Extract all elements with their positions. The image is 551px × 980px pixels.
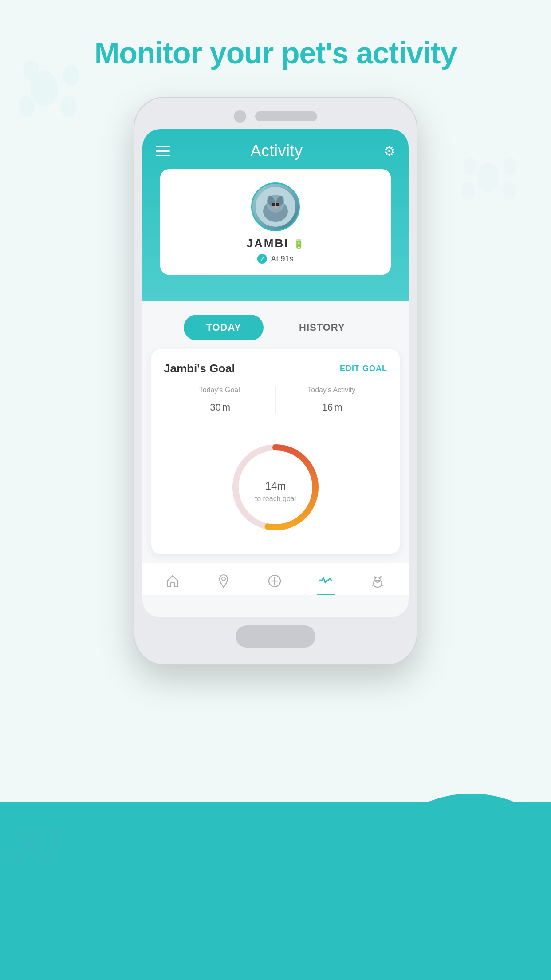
home-icon (165, 574, 180, 588)
phone-sensors (142, 110, 409, 122)
hamburger-line-2 (156, 150, 170, 152)
svg-point-20 (272, 203, 275, 206)
pet-avatar (251, 182, 300, 231)
stats-row: Today's Goal 30m Today's Activity 16m (164, 386, 387, 423)
phone-screen: Activity ⚙ (142, 129, 409, 617)
phone-home-button[interactable] (236, 625, 315, 648)
pet-name-row: JAMBI 🔋 (169, 237, 382, 250)
nav-add[interactable] (259, 571, 291, 591)
svg-point-5 (477, 162, 499, 193)
edit-goal-button[interactable]: EDIT GOAL (340, 364, 387, 373)
phone-bottom (142, 625, 409, 648)
activity-icon (319, 574, 333, 588)
nav-activity[interactable] (310, 571, 342, 591)
nav-pet[interactable] (361, 571, 394, 591)
today-activity-stat: Today's Activity 16m (276, 386, 388, 414)
app-header-top: Activity ⚙ (156, 129, 395, 169)
goal-title: Jambi's Goal (164, 362, 235, 375)
svg-point-25 (222, 577, 225, 581)
today-goal-value: 30m (164, 397, 276, 414)
progress-ring-container: 14m to reach goal (164, 434, 387, 541)
svg-point-9 (503, 182, 516, 200)
phone-speaker (255, 111, 317, 121)
hamburger-line-1 (156, 146, 170, 147)
svg-point-3 (19, 96, 35, 117)
tab-history[interactable]: HISTORY (277, 315, 367, 340)
svg-point-6 (504, 158, 517, 175)
phone-frame: Activity ⚙ (134, 97, 417, 665)
svg-point-4 (61, 96, 77, 117)
svg-point-7 (464, 158, 477, 175)
svg-point-22 (273, 206, 278, 209)
svg-point-21 (276, 203, 279, 206)
app-header: Activity ⚙ (142, 129, 409, 301)
pet-icon (370, 574, 386, 588)
pet-name: JAMBI (247, 237, 289, 250)
today-goal-stat: Today's Goal 30m (164, 386, 276, 414)
tab-today[interactable]: TODAY (184, 315, 264, 340)
ring-center-text: 14m to reach goal (255, 472, 296, 503)
goal-card-header: Jambi's Goal EDIT GOAL (164, 362, 387, 375)
goal-card: Jambi's Goal EDIT GOAL Today's Goal 30m … (151, 349, 400, 554)
check-badge: ✓ (257, 254, 267, 264)
phone-camera (234, 110, 246, 122)
ring-main-value: 14m (255, 472, 296, 494)
hamburger-line-3 (156, 155, 170, 156)
progress-ring: 14m to reach goal (227, 439, 324, 536)
bottom-nav (142, 563, 409, 595)
pet-status: ✓ At 91s (169, 254, 382, 264)
app-header-title: Activity (250, 142, 303, 160)
pet-status-text: At 91s (271, 254, 293, 264)
settings-button[interactable]: ⚙ (383, 143, 395, 159)
tab-switcher: TODAY HISTORY (142, 301, 409, 349)
ring-sub-label: to reach goal (255, 495, 296, 503)
pet-avatar-wrapper (169, 182, 382, 231)
location-icon (216, 574, 231, 588)
nav-location[interactable] (208, 571, 240, 591)
pet-card: JAMBI 🔋 ✓ At 91s (160, 169, 391, 275)
menu-button[interactable] (156, 146, 170, 156)
today-goal-label: Today's Goal (164, 386, 276, 394)
svg-point-8 (461, 182, 475, 200)
today-activity-label: Today's Activity (276, 386, 388, 394)
today-activity-value: 16m (276, 397, 388, 414)
battery-icon: 🔋 (293, 238, 304, 249)
add-icon (268, 574, 282, 588)
page-title: Monitor your pet's activity (0, 0, 551, 97)
nav-home[interactable] (157, 571, 189, 591)
